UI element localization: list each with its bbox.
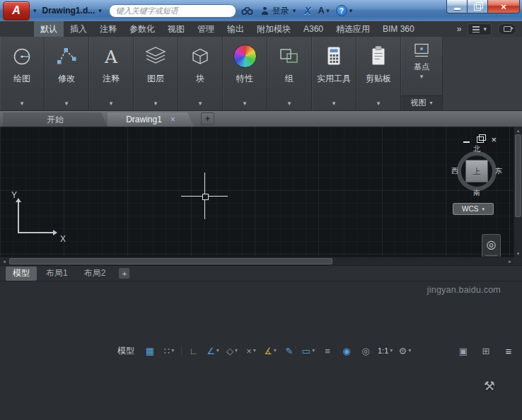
- compass-east-label[interactable]: 东: [495, 168, 502, 175]
- panel-block[interactable]: 块 ▾: [178, 37, 223, 110]
- lineweight-toggle[interactable]: ▭ ▾: [299, 344, 318, 358]
- osnap-tracking-toggle[interactable]: × ▾: [242, 344, 260, 358]
- panel-flyout-arrow[interactable]: ▾: [199, 98, 202, 110]
- isolate-objects-button[interactable]: ▣: [454, 344, 472, 358]
- panel-flyout-arrow[interactable]: ▾: [243, 98, 247, 110]
- dynamic-input-toggle[interactable]: ✎: [280, 344, 298, 358]
- snap-mode-toggle[interactable]: ∷ ▾: [160, 344, 178, 358]
- new-drawing-button[interactable]: +: [201, 112, 214, 125]
- panel-clipboard[interactable]: 剪贴板 ▾: [356, 37, 401, 110]
- ribbon-tab-manage[interactable]: 管理: [191, 21, 221, 37]
- chevron-down-icon[interactable]: ▾: [312, 348, 315, 354]
- panel-view[interactable]: 基点 ▾ 视图 ▾: [401, 37, 443, 110]
- navigation-wheel-icon[interactable]: ◎: [487, 239, 497, 250]
- chevron-down-icon[interactable]: ▾: [171, 348, 174, 354]
- help-button[interactable]: ? ▾: [335, 5, 354, 16]
- layout-tab-model[interactable]: 模型: [6, 267, 37, 281]
- view-panel-title[interactable]: 视图 ▾: [401, 95, 442, 110]
- file-tab-drawing1[interactable]: Drawing1 ×: [108, 112, 194, 127]
- wcs-dropdown[interactable]: WCS ▾: [453, 203, 494, 215]
- panel-flyout-arrow[interactable]: ▾: [21, 98, 24, 110]
- new-layout-button[interactable]: +: [119, 268, 129, 279]
- quick-access-dropdown-icon[interactable]: ▾: [33, 8, 37, 14]
- ribbon-tab-home[interactable]: 默认: [34, 21, 64, 37]
- grid-toggle[interactable]: ▦: [141, 344, 159, 358]
- ribbon-display-button[interactable]: ▾: [468, 23, 492, 35]
- panel-draw[interactable]: 绘图 ▾: [0, 37, 45, 110]
- panel-flyout-arrow[interactable]: ▾: [154, 98, 158, 110]
- vertical-scrollbar[interactable]: ▲ ▼: [514, 127, 522, 257]
- panel-flyout-arrow[interactable]: ▾: [377, 98, 381, 110]
- a360-icon[interactable]: X: [302, 5, 313, 16]
- search-icon[interactable]: [241, 6, 253, 16]
- drawing-canvas[interactable]: Y X: [0, 127, 514, 257]
- panel-flyout-arrow[interactable]: ▾: [65, 98, 69, 110]
- sign-in-button[interactable]: 登录 ▾: [258, 5, 299, 17]
- panel-utilities[interactable]: 实用工具 ▾: [312, 37, 356, 110]
- horizontal-scrollbar[interactable]: ◄ ►: [0, 257, 514, 265]
- workspace-switch-button[interactable]: ⚙ ▾: [395, 344, 414, 358]
- search-input[interactable]: [109, 4, 236, 18]
- object-snap-toggle[interactable]: ∡ ▾: [261, 344, 279, 358]
- ribbon-tab-bim360[interactable]: BIM 360: [376, 21, 421, 37]
- panel-annotate[interactable]: A 注释 ▾: [89, 37, 134, 110]
- title-dropdown-icon[interactable]: ▾: [98, 8, 102, 14]
- layout-tab-layout2[interactable]: 布局2: [77, 267, 113, 281]
- doc-close-icon[interactable]: ×: [491, 135, 497, 144]
- annotation-scale-button[interactable]: 1:1 ▾: [376, 344, 395, 358]
- compass-north-label[interactable]: 北: [473, 146, 480, 153]
- ribbon-tab-view[interactable]: 视图: [161, 21, 191, 37]
- compass-west-label[interactable]: 西: [451, 168, 458, 175]
- panel-properties[interactable]: 特性 ▾: [223, 37, 267, 110]
- panel-flyout-arrow[interactable]: ▾: [288, 98, 291, 110]
- chevron-down-icon[interactable]: ▾: [390, 348, 393, 354]
- doc-minimize-icon[interactable]: [463, 141, 470, 143]
- annotation-autoscale-toggle[interactable]: ◎: [356, 344, 375, 358]
- ribbon-tab-a360[interactable]: A360: [297, 21, 330, 37]
- scroll-down-icon[interactable]: ▼: [514, 250, 522, 257]
- ribbon-tab-addins[interactable]: 附加模块: [250, 21, 297, 37]
- chevron-down-icon[interactable]: ▾: [274, 348, 277, 354]
- ribbon-overflow-icon[interactable]: »: [457, 24, 462, 34]
- chevron-down-icon[interactable]: ▾: [216, 348, 219, 354]
- capture-button[interactable]: [498, 23, 516, 35]
- panel-layers[interactable]: 图层 ▾: [134, 37, 178, 110]
- ribbon-tab-parametric[interactable]: 参数化: [123, 21, 161, 37]
- chevron-down-icon[interactable]: ▾: [408, 348, 411, 354]
- annotation-visibility-toggle[interactable]: ◉: [337, 344, 356, 358]
- ribbon-tab-output[interactable]: 输出: [221, 21, 250, 37]
- layout-tab-layout1[interactable]: 布局1: [39, 267, 75, 281]
- transparency-toggle[interactable]: ≡: [318, 344, 337, 358]
- compass-south-label[interactable]: 南: [473, 189, 480, 197]
- scroll-up-icon[interactable]: ▲: [514, 127, 522, 134]
- exchange-apps-button[interactable]: A ▾: [317, 6, 331, 16]
- panel-group[interactable]: 组 ▾: [267, 37, 312, 110]
- scroll-left-icon[interactable]: ◄: [0, 259, 8, 264]
- vertical-scroll-track[interactable]: [514, 217, 522, 250]
- vertical-scroll-thumb[interactable]: [515, 134, 521, 217]
- isometric-drafting-toggle[interactable]: ◇ ▾: [223, 344, 241, 358]
- panel-flyout-arrow[interactable]: ▾: [332, 98, 336, 110]
- clean-screen-button[interactable]: ⊞: [477, 344, 495, 358]
- ribbon-tab-featured-apps[interactable]: 精选应用: [330, 21, 376, 37]
- chevron-down-icon[interactable]: ▾: [253, 348, 256, 354]
- viewcube-top-face[interactable]: 上: [465, 160, 488, 182]
- viewcube[interactable]: 上 北 南 西 东: [453, 148, 500, 194]
- window-close-button[interactable]: ×: [487, 0, 520, 13]
- model-space-button[interactable]: 模型: [112, 345, 140, 357]
- customization-menu-button[interactable]: ≡: [499, 344, 518, 358]
- chevron-down-icon[interactable]: ▾: [235, 348, 238, 354]
- doc-restore-icon[interactable]: [477, 136, 484, 143]
- close-tab-icon[interactable]: ×: [170, 115, 175, 124]
- polar-tracking-toggle[interactable]: ∠ ▾: [204, 344, 222, 358]
- panel-modify[interactable]: 修改 ▾: [45, 37, 89, 110]
- scroll-right-icon[interactable]: ►: [506, 259, 514, 264]
- file-tab-start[interactable]: 开始: [3, 112, 108, 127]
- ortho-toggle[interactable]: ∟: [185, 344, 203, 358]
- ribbon-tab-insert[interactable]: 插入: [64, 21, 93, 37]
- window-restore-button[interactable]: [467, 0, 488, 13]
- application-menu-button[interactable]: A: [3, 1, 30, 21]
- panel-flyout-arrow[interactable]: ▾: [110, 98, 113, 110]
- panel-flyout-arrow[interactable]: ▾: [420, 73, 424, 81]
- window-minimize-button[interactable]: [446, 0, 468, 13]
